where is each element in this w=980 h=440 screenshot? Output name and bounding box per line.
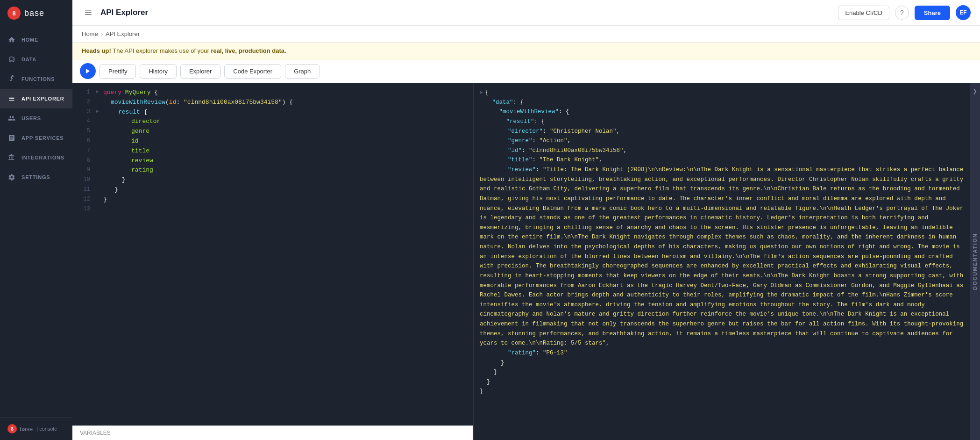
functions-icon: [7, 75, 16, 83]
code-line-8: 8 review: [72, 156, 473, 166]
code-text: rating: [103, 166, 153, 175]
svg-marker-0: [86, 69, 90, 74]
sidebar-item-api-explorer[interactable]: API EXPLORER: [0, 89, 72, 108]
code-line-3: 3 ▶ result {: [72, 108, 473, 117]
sidebar-nav: HOME DATA FUNCTIONS API EXPLORER USERS: [0, 26, 72, 417]
code-text: result {: [103, 108, 147, 117]
sidebar-item-users-label: USERS: [21, 115, 41, 121]
sidebar-item-settings[interactable]: SETTINGS: [0, 167, 72, 187]
code-line-6: 6 id: [72, 137, 473, 146]
api-icon: [7, 94, 16, 103]
header-right: Enable CI/CD ? Share EF: [838, 5, 971, 20]
sidebar-item-data[interactable]: DATA: [0, 50, 72, 69]
code-text: review: [103, 156, 153, 166]
integrations-icon: [7, 153, 16, 162]
line-number: 12: [77, 195, 90, 204]
breadcrumb-current: API Explorer: [106, 30, 140, 37]
main-content: API Explorer Enable CI/CD ? Share EF Hom…: [72, 0, 980, 440]
line-arrow: [96, 137, 101, 145]
menu-button[interactable]: [82, 6, 95, 19]
code-editor[interactable]: 1 ▶ query MyQuery { 2 movieWithReview(id…: [72, 83, 474, 440]
code-line-12: 12 }: [72, 195, 473, 205]
prettify-tab[interactable]: Prettify: [99, 64, 136, 79]
help-button[interactable]: ?: [895, 6, 909, 20]
alert-emphasis: real, live, production data.: [211, 47, 286, 54]
variables-bar[interactable]: VARIABLES: [72, 426, 473, 440]
line-arrow: [96, 156, 101, 165]
line-number: 10: [77, 175, 90, 184]
line-number: 5: [77, 127, 90, 136]
line-arrow: [96, 166, 101, 174]
sidebar-item-integrations-label: INTEGRATIONS: [21, 155, 64, 160]
code-line-9: 9 rating: [72, 166, 473, 175]
code-line-7: 7 title: [72, 146, 473, 156]
line-arrow: ▶: [96, 108, 101, 116]
code-line-4: 4 director: [72, 117, 473, 127]
code-content[interactable]: 1 ▶ query MyQuery { 2 movieWithReview(id…: [72, 83, 473, 426]
header: API Explorer Enable CI/CD ? Share EF: [72, 0, 980, 26]
result-pane[interactable]: ▶{ "data": { "movieWithReview": { "resul…: [474, 83, 970, 440]
footer-console: | console: [36, 426, 57, 432]
users-icon: [7, 114, 16, 123]
app-services-icon: [7, 134, 16, 142]
code-text: movieWithReview(id: "clnnd8hii00ax08i75b…: [103, 98, 293, 108]
sidebar-item-functions[interactable]: FUNCTIONS: [0, 69, 72, 89]
line-number: 7: [77, 146, 90, 155]
code-line-10: 10 }: [72, 175, 473, 185]
alert-message: The API explorer makes use of your: [113, 47, 211, 54]
code-text: query MyQuery {: [103, 88, 158, 98]
code-line-5: 5 genre: [72, 127, 473, 137]
avatar: EF: [956, 5, 971, 20]
documentation-label: DOCUMENTATION: [972, 233, 978, 290]
sidebar-item-api-label: API EXPLORER: [21, 96, 64, 101]
line-arrow: [96, 185, 101, 194]
logo-text: base: [24, 8, 44, 18]
breadcrumb: Home › API Explorer: [72, 26, 980, 43]
code-text: director: [103, 117, 160, 127]
doc-chevron-icon: ❯: [973, 88, 977, 94]
breadcrumb-home[interactable]: Home: [82, 30, 98, 37]
line-number: 3: [77, 108, 90, 116]
logo-badge: 8: [7, 7, 21, 20]
line-arrow: [96, 195, 101, 203]
database-icon: [7, 55, 16, 64]
code-text: id: [103, 137, 139, 146]
code-text: }: [103, 195, 107, 205]
line-arrow: [96, 127, 101, 135]
toolbar: Prettify History Explorer Code Exporter …: [72, 59, 980, 83]
sidebar-item-users[interactable]: USERS: [0, 108, 72, 128]
run-button[interactable]: [80, 63, 96, 79]
sidebar-footer-logo: 8 base | console: [7, 424, 57, 433]
line-number: 6: [77, 137, 90, 145]
sidebar-item-data-label: DATA: [21, 57, 36, 62]
line-number: 11: [77, 185, 90, 194]
settings-icon: [7, 173, 16, 181]
code-text: }: [103, 185, 118, 195]
sidebar-item-home-label: HOME: [21, 37, 38, 43]
code-text: title: [103, 146, 149, 156]
code-line-1: 1 ▶ query MyQuery {: [72, 88, 473, 98]
line-arrow: [96, 98, 101, 106]
sidebar-item-functions-label: FUNCTIONS: [21, 76, 55, 82]
result-content[interactable]: ▶{ "data": { "movieWithReview": { "resul…: [474, 83, 970, 440]
share-button[interactable]: Share: [915, 6, 950, 20]
line-arrow: [96, 175, 101, 184]
graph-tab[interactable]: Graph: [285, 64, 320, 79]
code-line-2: 2 movieWithReview(id: "clnnd8hii00ax08i7…: [72, 98, 473, 108]
line-number: 8: [77, 156, 90, 165]
sidebar-logo: 8 base: [0, 0, 72, 26]
sidebar-item-integrations[interactable]: INTEGRATIONS: [0, 148, 72, 167]
sidebar-item-home[interactable]: HOME: [0, 30, 72, 50]
code-text: genre: [103, 127, 149, 137]
history-tab[interactable]: History: [140, 64, 176, 79]
line-arrow: [96, 146, 101, 155]
explorer-tab[interactable]: Explorer: [180, 64, 220, 79]
line-number: 9: [77, 166, 90, 174]
enable-ci-cd-button[interactable]: Enable CI/CD: [838, 6, 889, 20]
breadcrumb-separator: ›: [101, 30, 103, 37]
sidebar-item-app-services[interactable]: APP SERVICES: [0, 128, 72, 148]
code-exporter-tab[interactable]: Code Exporter: [224, 64, 281, 79]
line-number: 13: [77, 205, 90, 214]
line-number: 1: [77, 88, 90, 97]
documentation-sidebar[interactable]: ❯ DOCUMENTATION: [970, 83, 980, 440]
